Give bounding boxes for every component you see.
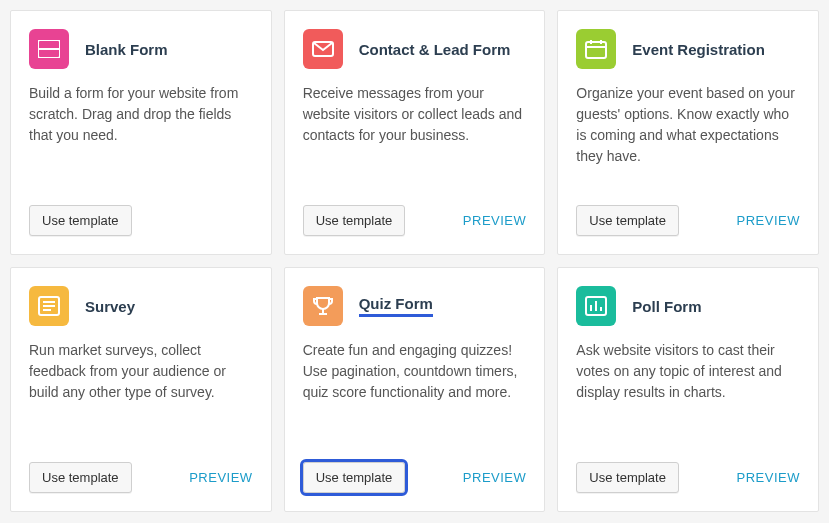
card-description: Build a form for your website from scrat… bbox=[29, 83, 253, 193]
use-template-button[interactable]: Use template bbox=[303, 205, 406, 236]
use-template-button[interactable]: Use template bbox=[29, 205, 132, 236]
template-card-contact-lead: Contact & Lead Form Receive messages fro… bbox=[284, 10, 546, 255]
card-header: Poll Form bbox=[576, 286, 800, 326]
card-footer: Use template PREVIEW bbox=[576, 205, 800, 236]
card-title: Poll Form bbox=[632, 298, 701, 315]
card-description: Organize your event based on your guests… bbox=[576, 83, 800, 193]
preview-link[interactable]: PREVIEW bbox=[463, 470, 526, 485]
card-description: Receive messages from your website visit… bbox=[303, 83, 527, 193]
card-title: Blank Form bbox=[85, 41, 168, 58]
card-description: Ask website visitors to cast their votes… bbox=[576, 340, 800, 450]
card-footer: Use template bbox=[29, 205, 253, 236]
preview-link[interactable]: PREVIEW bbox=[737, 470, 800, 485]
card-description: Create fun and engaging quizzes! Use pag… bbox=[303, 340, 527, 450]
card-footer: Use template PREVIEW bbox=[303, 462, 527, 493]
card-description: Run market surveys, collect feedback fro… bbox=[29, 340, 253, 450]
template-card-blank-form: Blank Form Build a form for your website… bbox=[10, 10, 272, 255]
card-footer: Use template PREVIEW bbox=[29, 462, 253, 493]
card-footer: Use template PREVIEW bbox=[303, 205, 527, 236]
poll-icon bbox=[576, 286, 616, 326]
card-title: Contact & Lead Form bbox=[359, 41, 511, 58]
template-card-quiz-form: Quiz Form Create fun and engaging quizze… bbox=[284, 267, 546, 512]
calendar-icon bbox=[576, 29, 616, 69]
card-header: Event Registration bbox=[576, 29, 800, 69]
template-card-event-registration: Event Registration Organize your event b… bbox=[557, 10, 819, 255]
card-title: Event Registration bbox=[632, 41, 765, 58]
card-header: Survey bbox=[29, 286, 253, 326]
use-template-button[interactable]: Use template bbox=[576, 462, 679, 493]
preview-link[interactable]: PREVIEW bbox=[463, 213, 526, 228]
preview-link[interactable]: PREVIEW bbox=[737, 213, 800, 228]
card-footer: Use template PREVIEW bbox=[576, 462, 800, 493]
card-title: Quiz Form bbox=[359, 295, 433, 317]
card-header: Quiz Form bbox=[303, 286, 527, 326]
envelope-icon bbox=[303, 29, 343, 69]
card-header: Blank Form bbox=[29, 29, 253, 69]
card-title: Survey bbox=[85, 298, 135, 315]
survey-icon bbox=[29, 286, 69, 326]
card-header: Contact & Lead Form bbox=[303, 29, 527, 69]
form-icon bbox=[29, 29, 69, 69]
template-grid: Blank Form Build a form for your website… bbox=[10, 10, 819, 512]
svg-rect-3 bbox=[586, 42, 606, 58]
use-template-button[interactable]: Use template bbox=[303, 462, 406, 493]
template-card-poll-form: Poll Form Ask website visitors to cast t… bbox=[557, 267, 819, 512]
preview-link[interactable]: PREVIEW bbox=[189, 470, 252, 485]
use-template-button[interactable]: Use template bbox=[576, 205, 679, 236]
template-card-survey: Survey Run market surveys, collect feedb… bbox=[10, 267, 272, 512]
use-template-button[interactable]: Use template bbox=[29, 462, 132, 493]
trophy-icon bbox=[303, 286, 343, 326]
